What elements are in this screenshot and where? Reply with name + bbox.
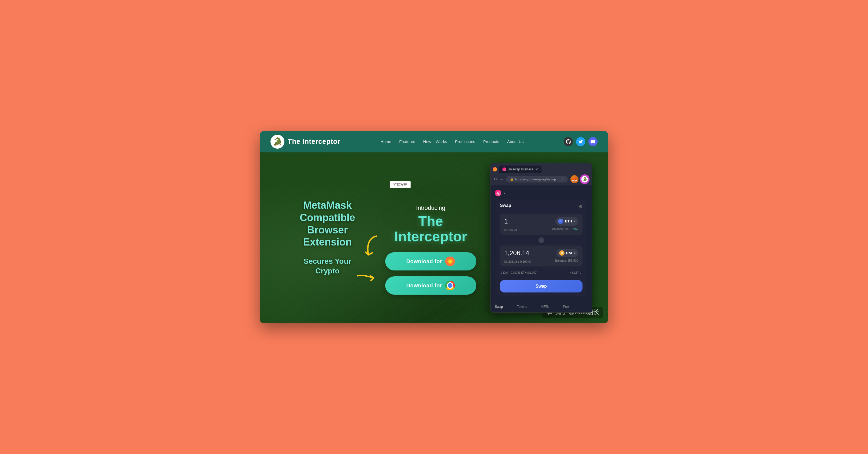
max-button[interactable]: Max [572,227,578,230]
swap-input-from: 1 Ξ ETH ∨ $1,207.44 [500,214,583,235]
browser-address-bar: ↺ → 🔒 https://app.uniswap.org/#/swap ☆ 🦊 [491,173,592,186]
footer-tab-tokens[interactable]: Tokens [517,305,527,309]
nav-protections[interactable]: Protections [455,139,475,144]
nav-products[interactable]: Products [483,139,499,144]
eth-icon: Ξ [558,219,563,224]
uniswap-favicon [502,167,506,171]
introducing-label: Introducing [416,204,445,211]
swap-rate-row: 1 DAI = 0.00083 ETH ($1.000) ≈ $1.67 ∨ [500,267,583,278]
browser-footer-tabs: Swap Tokens NFTs Pool ··· [491,301,592,312]
footer-tab-nfts[interactable]: NFTs [541,305,549,309]
swap-input-to: 1,206.14 ◎ DAI ∨ $1,206.15 (-0.107%) [500,246,583,266]
hero-content: MetaMask Compatible Browser Extension Se… [260,152,608,323]
nav-social-icons [564,137,597,146]
browser-content: 🦄 ∨ Swap ⚙ [491,186,592,301]
footer-more-button[interactable]: ··· [584,304,588,310]
logo-icon: 🐊 [271,135,284,149]
browser-engine-icon [493,167,497,171]
interceptor-extension-icon[interactable]: 🐊 [581,175,589,183]
tab-close-button[interactable]: ✕ [535,167,538,171]
swap-arrow-circle[interactable]: ↓ [537,236,545,244]
twitter-icon[interactable] [576,137,585,146]
dai-icon: ◎ [559,250,564,256]
nav-home[interactable]: Home [380,139,391,144]
back-button[interactable]: ↺ [494,177,497,182]
discord-icon[interactable] [588,137,597,146]
bookmark-button[interactable]: ☆ [561,177,564,181]
token-selector-eth[interactable]: Ξ ETH ∨ [555,217,578,226]
hero-center: 扩展程序 Introducing The Interceptor [379,181,482,294]
uniswap-brand-icon: 🦄 [495,190,501,196]
footer-tab-pool[interactable]: Pool [563,305,569,309]
github-icon[interactable] [564,137,573,146]
arrow-down-svg [360,233,382,260]
swap-direction-button[interactable]: ↓ [500,236,583,244]
nav-features[interactable]: Features [399,139,415,144]
extension-icons: 🦊 🐊 [570,175,589,183]
navbar-links: Home Features How It Works Protections P… [380,139,524,144]
forward-button[interactable]: → [499,177,503,182]
browser-nav-controls: ↺ → [494,177,503,182]
hero-section: MetaMask Compatible Browser Extension Se… [260,152,608,323]
swap-settings-icon[interactable]: ⚙ [579,204,583,209]
browser-tab[interactable]: Uniswap Interface ✕ [499,166,541,173]
browser-window: Uniswap Interface ✕ + ↺ → 🔒 htt [490,163,592,313]
firefox-icon [445,257,455,266]
extension-badge: 扩展程序 [390,181,411,188]
arrow-right-svg [355,271,379,284]
uniswap-nav-hint: 🦄 ∨ [495,190,588,196]
address-bar-input[interactable]: 🔒 https://app.uniswap.org/#/swap ☆ [506,176,568,182]
nav-about-us[interactable]: About Us [507,139,524,144]
new-tab-button[interactable]: + [542,166,550,173]
gas-estimate: ≈ $1.67 ∨ [570,271,582,274]
download-chrome-button[interactable]: Download for [385,276,476,294]
chrome-icon [445,281,455,290]
swap-card: Swap ⚙ 1 Ξ ETH ∨ [496,199,587,297]
swap-action-button[interactable]: Swap [500,280,583,292]
metamask-extension-icon[interactable]: 🦊 [570,175,579,183]
browser-mockup: Uniswap Interface ✕ + ↺ → 🔒 htt [490,163,592,313]
token-selector-dai[interactable]: ◎ DAI ∨ [557,249,578,257]
footer-tab-swap[interactable]: Swap [495,305,503,309]
product-title: The Interceptor [394,214,467,244]
nav-how-it-works[interactable]: How It Works [423,139,447,144]
swap-header: Swap ⚙ [500,203,583,210]
brand: 🐊 The Interceptor [271,135,340,149]
browser-tab-bar: Uniswap Interface ✕ + [491,163,592,173]
navbar: 🐊 The Interceptor Home Features How It W… [260,131,608,152]
svg-point-2 [448,260,452,263]
download-firefox-button[interactable]: Download for [385,252,476,271]
brand-title: The Interceptor [288,137,340,146]
main-wrapper: 🐊 The Interceptor Home Features How It W… [260,131,608,323]
download-buttons: Download for Download for [379,252,482,294]
uniswap-nav-arrow[interactable]: ∨ [503,191,506,195]
